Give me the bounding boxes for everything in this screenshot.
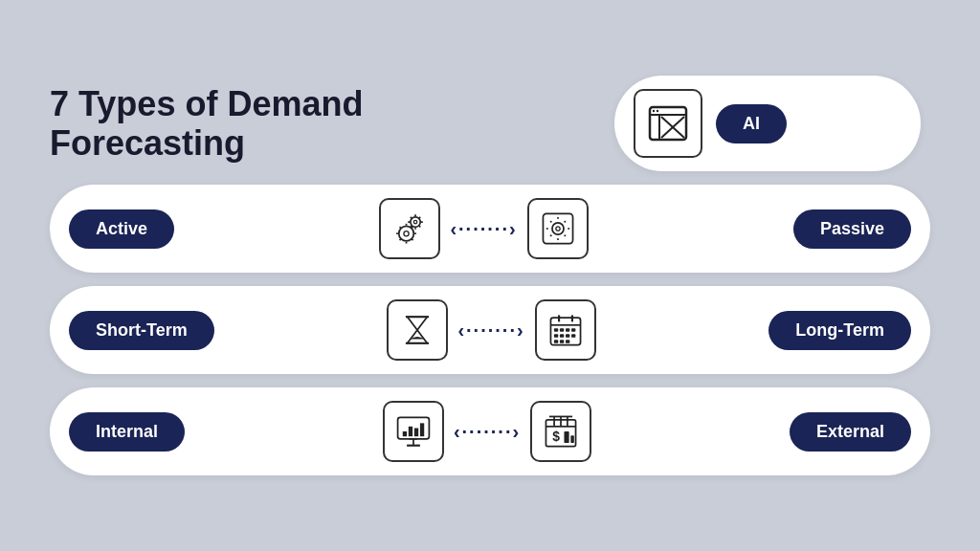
svg-point-29 <box>555 227 559 231</box>
svg-line-14 <box>419 226 420 227</box>
svg-rect-51 <box>571 334 575 337</box>
active-passive-row: Active <box>50 185 930 273</box>
gear-settings-icon-box <box>527 198 589 259</box>
svg-rect-49 <box>560 334 564 337</box>
monitor-chart-icon-box <box>383 401 444 462</box>
svg-rect-48 <box>554 334 558 337</box>
browser-icon <box>647 102 689 144</box>
svg-rect-60 <box>409 427 412 436</box>
active-badge: Active <box>69 209 174 249</box>
shortterm-badge: Short-Term <box>69 311 214 350</box>
monitor-chart-icon <box>395 413 432 450</box>
svg-rect-52 <box>554 340 558 342</box>
longterm-badge: Long-Term <box>768 311 911 350</box>
svg-line-15 <box>419 217 420 218</box>
ai-card: AI <box>614 76 921 171</box>
svg-rect-46 <box>566 328 569 331</box>
active-passive-icons: ‹·······› <box>174 198 793 259</box>
svg-text:$: $ <box>552 429 560 444</box>
title-section: 7 Types of Demand Forecasting AI <box>50 76 930 171</box>
svg-line-34 <box>550 221 551 222</box>
hourglass-icon-box <box>387 299 448 361</box>
shortterm-longterm-row: Short-Term ‹·······› <box>50 286 930 374</box>
calendar-icon <box>547 312 584 348</box>
svg-rect-50 <box>566 334 569 337</box>
svg-line-25 <box>412 227 413 228</box>
svg-rect-45 <box>560 328 564 331</box>
ai-icon-box <box>634 89 702 158</box>
internal-external-icons: ‹·······› $ <box>185 401 790 462</box>
svg-point-5 <box>653 110 655 112</box>
svg-rect-55 <box>397 417 429 438</box>
svg-point-17 <box>399 226 414 241</box>
main-container: 7 Types of Demand Forecasting AI <box>50 76 930 475</box>
svg-line-35 <box>564 235 565 236</box>
svg-rect-44 <box>554 328 558 331</box>
title-line1: 7 Types of Demand <box>50 84 363 123</box>
svg-rect-59 <box>403 431 407 436</box>
passive-badge: Passive <box>793 209 911 249</box>
svg-rect-71 <box>570 435 573 443</box>
finance-chart-icon-box: $ <box>530 401 591 462</box>
calendar-icon-box <box>535 299 596 361</box>
gear-settings-icon <box>540 210 576 247</box>
ai-badge: AI <box>716 104 787 143</box>
svg-rect-47 <box>571 328 575 331</box>
arrow-dots-2: ‹·······› <box>457 320 524 342</box>
svg-line-24 <box>412 239 413 240</box>
svg-rect-61 <box>414 429 418 437</box>
internal-external-row: Internal ‹·······› <box>50 387 930 475</box>
svg-point-6 <box>657 110 658 112</box>
arrow-dots-3: ‹·······› <box>454 421 521 443</box>
svg-rect-53 <box>560 340 564 342</box>
svg-rect-70 <box>565 431 569 443</box>
gears-icon <box>391 210 428 247</box>
page-title: 7 Types of Demand Forecasting <box>50 84 363 164</box>
svg-point-7 <box>411 217 420 227</box>
svg-point-18 <box>404 231 409 236</box>
external-badge: External <box>790 412 911 452</box>
arrow-dots-1: ‹·······› <box>450 218 517 240</box>
hourglass-icon <box>399 312 435 348</box>
svg-point-28 <box>552 223 564 234</box>
svg-rect-54 <box>566 340 569 342</box>
svg-rect-62 <box>420 423 424 436</box>
svg-line-23 <box>400 227 401 228</box>
internal-badge: Internal <box>69 412 185 452</box>
gears-icon-box <box>379 198 440 259</box>
svg-line-13 <box>411 217 412 218</box>
title-line2: Forecasting <box>50 123 245 163</box>
svg-line-36 <box>564 221 565 222</box>
shortterm-longterm-icons: ‹·······› <box>214 299 769 361</box>
svg-point-8 <box>414 220 417 223</box>
svg-line-37 <box>550 235 551 236</box>
finance-chart-icon: $ <box>543 413 579 450</box>
svg-line-26 <box>400 239 401 240</box>
